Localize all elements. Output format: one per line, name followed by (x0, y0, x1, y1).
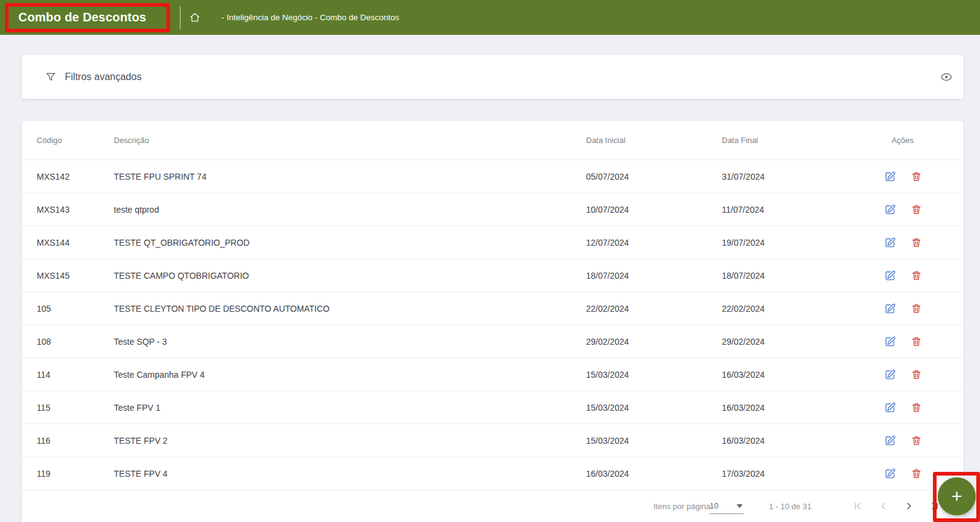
edit-button[interactable] (884, 204, 896, 216)
delete-button[interactable] (911, 369, 922, 380)
cell-data-inicial: 12/07/2024 (586, 238, 722, 248)
cell-data-inicial: 15/03/2024 (586, 436, 722, 446)
cell-descricao: TESTE FPU SPRINT 74 (114, 172, 586, 182)
table-row: 114 Teste Campanha FPV 4 15/03/2024 16/0… (22, 358, 963, 391)
cell-codigo: 114 (37, 370, 114, 380)
column-header-descricao: Descrição (114, 136, 586, 145)
app-header: Combo de Descontos - Inteligência de Neg… (0, 0, 980, 35)
table-row: 119 TESTE FPV 4 16/03/2024 17/03/2024 (22, 457, 963, 490)
cell-descricao: TESTE FPV 4 (114, 469, 586, 479)
cell-data-inicial: 22/02/2024 (586, 304, 722, 314)
cell-descricao: Teste SQP - 3 (114, 337, 586, 347)
cell-data-final: 16/03/2024 (722, 370, 842, 380)
cell-codigo: 115 (37, 403, 114, 413)
table-row: 108 Teste SQP - 3 29/02/2024 29/02/2024 (22, 325, 963, 358)
cell-codigo: MXS145 (37, 271, 114, 281)
edit-button[interactable] (884, 303, 896, 315)
cell-codigo: 105 (37, 304, 114, 314)
cell-descricao: TESTE CLEYTON TIPO DE DESCONTO AUTOMATIC… (114, 304, 586, 314)
cell-codigo: 108 (37, 337, 114, 347)
delete-button[interactable] (911, 435, 922, 446)
pagination-bar: Itens por página 10 1 - 10 de 31 (22, 490, 963, 522)
previous-page-button[interactable] (878, 501, 889, 512)
cell-data-final: 16/03/2024 (722, 403, 842, 413)
delete-button[interactable] (911, 402, 922, 413)
first-page-button[interactable] (852, 501, 863, 512)
cell-descricao: TESTE CAMPO QTOBRIGATORIO (114, 271, 586, 281)
cell-data-inicial: 16/03/2024 (586, 469, 722, 479)
delete-button[interactable] (911, 204, 922, 215)
table-row: MXS143 teste qtprod 10/07/2024 11/07/202… (22, 193, 963, 226)
column-header-data-inicial: Data Inicial (586, 136, 722, 145)
header-divider (180, 6, 180, 29)
next-page-button[interactable] (904, 501, 915, 512)
column-header-codigo: Código (37, 136, 114, 145)
column-header-acoes: Ações (842, 136, 963, 145)
cell-data-final: 19/07/2024 (722, 238, 842, 248)
cell-descricao: TESTE QT_OBRIGATORIO_PROD (114, 238, 586, 248)
cell-data-final: 18/07/2024 (722, 271, 842, 281)
cell-data-inicial: 15/03/2024 (586, 403, 722, 413)
cell-data-final: 11/07/2024 (722, 205, 842, 215)
cell-descricao: teste qtprod (114, 205, 586, 215)
table-header-row: Código Descrição Data Inicial Data Final… (22, 121, 963, 160)
cell-descricao: TESTE FPV 2 (114, 436, 586, 446)
edit-button[interactable] (884, 435, 896, 447)
discount-combos-table: Código Descrição Data Inicial Data Final… (22, 121, 963, 522)
column-header-data-final: Data Final (722, 136, 842, 145)
breadcrumb: - Inteligência de Negócio - Combo de Des… (221, 13, 399, 22)
cell-data-final: 17/03/2024 (722, 469, 842, 479)
cell-data-final: 29/02/2024 (722, 337, 842, 347)
edit-button[interactable] (884, 270, 896, 282)
cell-data-inicial: 10/07/2024 (586, 205, 722, 215)
table-row: 116 TESTE FPV 2 15/03/2024 16/03/2024 (22, 424, 963, 457)
eye-icon[interactable] (940, 71, 952, 83)
add-button[interactable]: + (938, 477, 976, 515)
cell-data-final: 22/02/2024 (722, 304, 842, 314)
edit-button[interactable] (884, 402, 896, 414)
funnel-icon (45, 72, 56, 83)
cell-codigo: MXS143 (37, 205, 114, 215)
cell-codigo: 119 (37, 469, 114, 479)
filters-panel: Filtros avançados (22, 55, 963, 99)
delete-button[interactable] (911, 270, 922, 281)
cell-descricao: Teste FPV 1 (114, 403, 586, 413)
table-row: 115 Teste FPV 1 15/03/2024 16/03/2024 (22, 391, 963, 424)
page-range-label: 1 - 10 de 31 (769, 502, 811, 511)
cell-codigo: MXS144 (37, 238, 114, 248)
home-icon[interactable] (189, 12, 201, 23)
items-per-page-select[interactable]: 10 (710, 498, 744, 514)
edit-button[interactable] (884, 336, 896, 348)
delete-button[interactable] (911, 171, 922, 182)
cell-data-final: 16/03/2024 (722, 436, 842, 446)
table-row: MXS144 TESTE QT_OBRIGATORIO_PROD 12/07/2… (22, 226, 963, 259)
cell-data-inicial: 29/02/2024 (586, 337, 722, 347)
items-per-page-label: Itens por página (653, 502, 710, 511)
page-title: Combo de Descontos (18, 10, 146, 24)
delete-button[interactable] (911, 336, 922, 347)
cell-codigo: MXS142 (37, 172, 114, 182)
advanced-filters-toggle[interactable]: Filtros avançados (45, 72, 141, 83)
items-per-page-value: 10 (710, 501, 718, 510)
advanced-filters-label: Filtros avançados (65, 72, 141, 83)
delete-button[interactable] (911, 468, 922, 479)
cell-data-inicial: 15/03/2024 (586, 370, 722, 380)
edit-button[interactable] (884, 468, 896, 480)
table-row: 105 TESTE CLEYTON TIPO DE DESCONTO AUTOM… (22, 292, 963, 325)
cell-descricao: Teste Campanha FPV 4 (114, 370, 586, 380)
table-row: MXS142 TESTE FPU SPRINT 74 05/07/2024 31… (22, 160, 963, 193)
edit-button[interactable] (884, 171, 896, 183)
table-row: MXS145 TESTE CAMPO QTOBRIGATORIO 18/07/2… (22, 259, 963, 292)
delete-button[interactable] (911, 303, 922, 314)
delete-button[interactable] (911, 237, 922, 248)
cell-data-inicial: 05/07/2024 (586, 172, 722, 182)
edit-button[interactable] (884, 369, 896, 381)
cell-data-final: 31/07/2024 (722, 172, 842, 182)
caret-down-icon (737, 504, 743, 508)
cell-data-inicial: 18/07/2024 (586, 271, 722, 281)
edit-button[interactable] (884, 237, 896, 249)
cell-codigo: 116 (37, 436, 114, 446)
